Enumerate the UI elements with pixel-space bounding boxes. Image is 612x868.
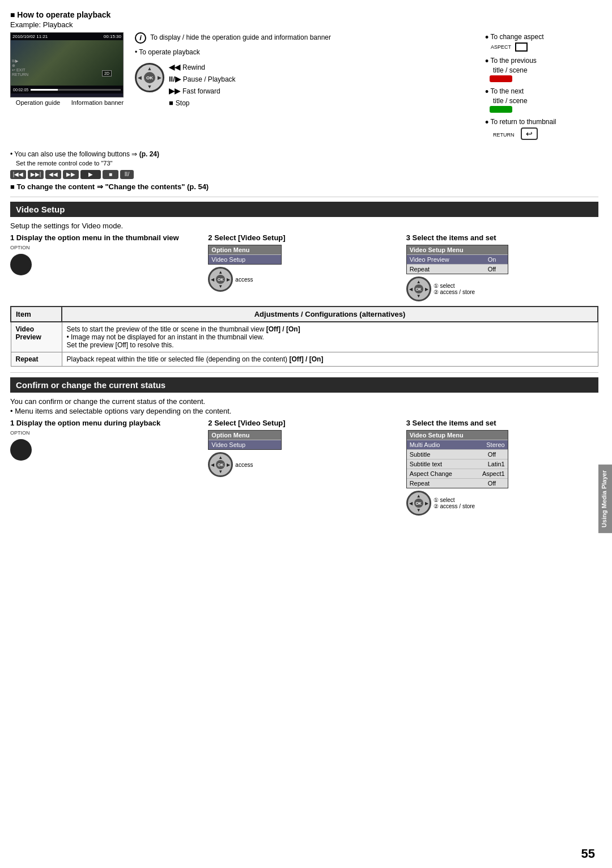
confirm-step2-annotation: access <box>235 462 253 468</box>
playback-controls-row: ▲ ▼ ◀ ▶ OK ◀◀ Rewind II/▶ Pause / Playba… <box>135 63 479 107</box>
store-label-2: ② access / store <box>434 503 475 509</box>
step3-annotation: ① select ② access / store <box>434 283 475 295</box>
option-menu-item-2[interactable]: Video Setup <box>209 440 281 449</box>
conf-menu-row-2[interactable]: Subtitle text Latin1 <box>407 459 508 469</box>
stop-item: ■ Stop <box>169 99 236 107</box>
vs-menu-row-1[interactable]: Repeat Off <box>407 264 508 274</box>
conf-menu-row-3[interactable]: Aspect Change Aspect1 <box>407 469 508 478</box>
fast-forward-label: Fast forward <box>182 87 220 95</box>
option-circle-2[interactable] <box>10 439 32 461</box>
next-bullet: • <box>485 86 488 97</box>
section-divider-1 <box>10 197 598 197</box>
option-circle-1[interactable] <box>10 254 32 275</box>
rewind-icon: ◀◀ <box>169 63 180 71</box>
option-menu-box-2: Option Menu Video Setup <box>208 430 282 450</box>
step3-dpad-row: ▲ ▼ ◀ ▶ OK ① select ② access / store <box>406 276 475 301</box>
screen-side-icons: II/▶⊕↩ EXITRETURN <box>12 59 28 76</box>
confirm-section: You can confirm or change the current st… <box>10 397 598 516</box>
previous-bullet: • <box>485 56 488 67</box>
conf-row3-val: Aspect1 <box>482 470 505 477</box>
option-menu-box-1: Option Menu Video Setup <box>208 245 282 265</box>
screen-date: 2010/10/02 11:21 <box>12 34 48 39</box>
desc-video-preview: Sets to start the preview of the title o… <box>62 322 598 352</box>
progress-track <box>31 89 121 91</box>
confirm-section-header: Confirm or change the current status <box>10 377 598 393</box>
video-setup-section: Setup the settings for Video mode. 1 Dis… <box>10 222 598 367</box>
previous-title-label: To the previous <box>490 57 536 65</box>
conf-menu-row-4[interactable]: Repeat Off <box>407 478 508 488</box>
confirm-step3-dpad[interactable]: ▲ ▼ ◀ ▶ OK <box>406 491 431 516</box>
confirm-step3-dpad-up: ▲ <box>416 493 421 499</box>
pause-playback-label: Pause / Playback <box>183 75 236 83</box>
confirm-step2: 2 Select [Video Setup] Option Menu Video… <box>208 419 400 516</box>
operate-playback-label: • To operate playback <box>135 48 479 56</box>
conf-row1-key: Subtitle <box>410 451 482 458</box>
confirm-step2-dpad-right: ▶ <box>227 462 230 467</box>
conf-menu-row-0[interactable]: Multi Audio Stereo <box>407 440 508 449</box>
side-tab-using-media-player: Using Media Player <box>598 465 612 533</box>
step3-number: 3 <box>406 233 410 242</box>
access-label-2: access <box>235 462 253 468</box>
rbt-next: ▶▶| <box>28 170 44 179</box>
controls-middle: i To display / hide the operation guide … <box>135 32 479 144</box>
item-video-preview: VideoPreview <box>11 322 62 352</box>
step2-number: 2 <box>208 233 212 242</box>
confirm-step2-dpad-up: ▲ <box>218 455 223 460</box>
vs-row0-val: On <box>488 256 505 263</box>
control-labels: ◀◀ Rewind II/▶ Pause / Playback ▶▶ Fast … <box>169 63 236 107</box>
confirm-step3-dpad-right: ▶ <box>425 501 428 506</box>
dpad-down: ▼ <box>147 84 152 90</box>
dpad-left: ◀ <box>138 75 142 80</box>
change-aspect-label: To change aspect <box>490 33 543 41</box>
confirm-step1-text: Display the option menu during playback <box>16 419 160 427</box>
next-title-label: To the next <box>490 87 524 95</box>
video-setup-step2: 2 Select [Video Setup] Option Menu Video… <box>208 233 400 301</box>
confirm-step2-dpad-ok[interactable]: OK <box>216 460 225 469</box>
confirm-step2-label: 2 Select [Video Setup] <box>208 419 285 427</box>
info-display-item: i To display / hide the operation guide … <box>135 32 479 44</box>
option-menu-header-2: Option Menu <box>209 431 281 440</box>
conf-menu-row-1[interactable]: Subtitle Off <box>407 449 508 459</box>
rbt-prev: |◀◀ <box>10 170 26 179</box>
remote-note2: Set the remote control code to "73" <box>16 160 598 167</box>
rewind-label: Rewind <box>182 63 205 71</box>
confirm-step2-dpad-down: ▼ <box>218 469 223 474</box>
confirm-step3-dpad-ok[interactable]: OK <box>414 499 423 508</box>
table-row-repeat: Repeat Playback repeat within the title … <box>11 352 598 367</box>
return-icon: ↩ <box>521 127 538 140</box>
step3-dpad-ok[interactable]: OK <box>414 284 423 293</box>
option-menu-item-1[interactable]: Video Setup <box>209 254 281 264</box>
store-label-1: ② access / store <box>434 289 475 295</box>
select-label-2: ① select <box>434 497 475 503</box>
video-setup-menu-header-1: Video Setup Menu <box>407 245 508 254</box>
dpad-right: ▶ <box>158 75 162 80</box>
step2-label: 2 Select [Video Setup] <box>208 233 285 242</box>
confirm-step1-label: 1 Display the option menu during playbac… <box>10 419 160 427</box>
vs-row0-key: Video Preview <box>410 256 482 263</box>
dpad-ok[interactable]: OK <box>144 72 155 83</box>
vs-row1-key: Repeat <box>410 266 482 273</box>
step3-dpad-down: ▼ <box>416 293 421 299</box>
rewind-item: ◀◀ Rewind <box>169 63 236 71</box>
conf-row0-key: Multi Audio <box>410 441 481 448</box>
video-setup-step1: 1 Display the option menu in the thumbna… <box>10 233 202 301</box>
step3-label: 3 Select the items and set <box>406 233 496 242</box>
select-label-1: ① select <box>434 283 475 289</box>
vs-menu-row-0[interactable]: Video Preview On <box>407 254 508 264</box>
confirm-step2-text: Select [Video Setup] <box>214 419 285 427</box>
conf-row2-val: Latin1 <box>488 461 505 467</box>
green-button-icon <box>490 106 512 113</box>
confirm-step2-dpad[interactable]: ▲ ▼ ◀ ▶ OK <box>208 452 233 477</box>
return-bullet: • <box>485 117 488 128</box>
step2-dpad[interactable]: ▲ ▼ ◀ ▶ OK <box>208 267 233 292</box>
step2-annotation: access <box>235 276 253 283</box>
confirm-step3-dpad-row: ▲ ▼ ◀ ▶ OK ① select ② access / store <box>406 491 475 516</box>
dpad-button[interactable]: ▲ ▼ ◀ ▶ OK <box>135 63 164 92</box>
step3-dpad[interactable]: ▲ ▼ ◀ ▶ OK <box>406 276 431 301</box>
confirm-menu-header: Video Setup Menu <box>407 431 508 440</box>
step1-number: 1 <box>10 233 14 242</box>
desc-repeat: Playback repeat within the title or sele… <box>62 352 598 367</box>
conf-row3-key: Aspect Change <box>410 470 477 477</box>
step2-dpad-ok[interactable]: OK <box>216 275 225 284</box>
confirm-step3-label: 3 Select the items and set <box>406 419 496 427</box>
